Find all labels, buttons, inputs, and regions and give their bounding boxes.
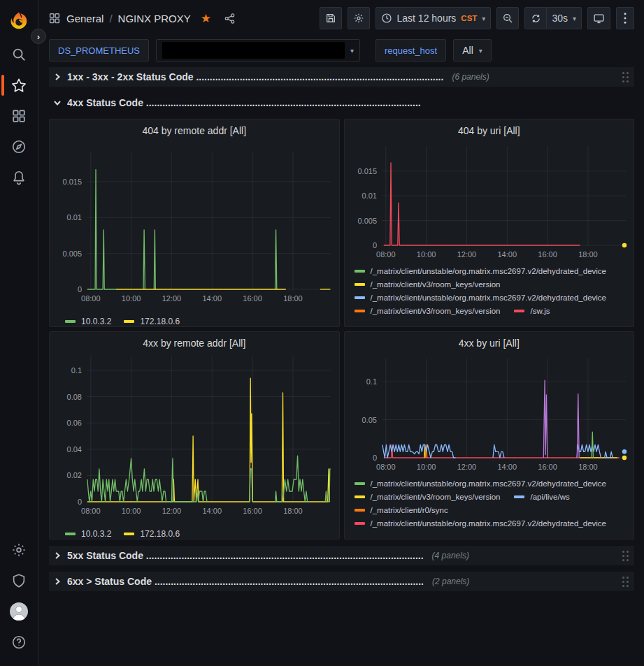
search-icon[interactable]: [0, 39, 38, 70]
monitor-icon: [593, 13, 605, 24]
row-5xx[interactable]: 5xx Status Code ........................…: [49, 546, 634, 565]
panel-title[interactable]: 404 by uri [All]: [350, 120, 629, 142]
legend-label: /_matrix/client/v3/room_keys/version: [371, 307, 501, 315]
row-drag-handle[interactable]: [621, 575, 630, 588]
alerting-bell-icon[interactable]: [0, 162, 38, 193]
dashboard-settings-button[interactable]: [348, 7, 370, 29]
svg-text:16:00: 16:00: [243, 507, 262, 515]
svg-text:14:00: 14:00: [203, 507, 222, 515]
legend-label: 10.0.3.2: [81, 317, 111, 326]
legend-item[interactable]: /sw.js: [514, 307, 550, 315]
refresh-button[interactable]: [524, 7, 547, 29]
panel-legend: 10.0.3.2172.18.0.6: [55, 526, 334, 540]
svg-text:10:00: 10:00: [122, 294, 141, 303]
legend-item[interactable]: /_matrix/client/v3/room_keys/version: [355, 307, 501, 315]
main-area: General / NGINX PROXY ★ Last 12 hours CS…: [38, 0, 644, 666]
legend-item[interactable]: 172.18.0.6: [124, 527, 180, 540]
favorite-star-icon[interactable]: ★: [201, 11, 211, 26]
panel-404-by-remote-addr: 404 by remote addr [All] 00.0050.010.015…: [49, 119, 340, 327]
chevron-down-icon: ▾: [573, 15, 576, 22]
panel-title[interactable]: 4xx by remote addr [All]: [55, 332, 334, 354]
legend-item[interactable]: /_matrix/client/unstable/org.matrix.msc2…: [355, 479, 607, 488]
svg-text:10:00: 10:00: [416, 250, 436, 259]
share-icon[interactable]: [224, 13, 236, 24]
save-dashboard-button[interactable]: [320, 7, 342, 29]
svg-text:0.08: 0.08: [67, 393, 82, 401]
svg-text:14:00: 14:00: [497, 463, 517, 471]
zoom-out-icon: [502, 13, 513, 24]
svg-text:16:00: 16:00: [538, 463, 557, 471]
svg-text:0.04: 0.04: [67, 445, 82, 454]
apps-grid-icon: [48, 12, 61, 24]
row-4xx[interactable]: 4xx Status Code ........................…: [49, 93, 634, 113]
legend-item[interactable]: /_matrix/client/unstable/org.matrix.msc2…: [355, 267, 607, 275]
legend-item[interactable]: 10.0.3.2: [65, 314, 111, 327]
expand-menu-button[interactable]: ›: [31, 29, 46, 44]
more-options-kebab[interactable]: [616, 7, 634, 29]
row-1xx-3xx-2xx[interactable]: 1xx - 3xx - 2xx Status Code ............…: [49, 67, 634, 87]
legend-label: /_matrix/client/v3/room_keys/version: [371, 493, 501, 501]
user-avatar[interactable]: [0, 596, 38, 627]
dashboards-icon[interactable]: [0, 101, 38, 131]
chevron-right-icon: [53, 73, 62, 81]
ds-prometheus-label: DS_PROMETHEUS: [49, 39, 149, 61]
legend-item[interactable]: /_matrix/client/unstable/org.matrix.msc2…: [355, 294, 607, 302]
cycle-view-mode-button[interactable]: [587, 7, 610, 29]
legend-label: /_matrix/client/unstable/org.matrix.msc2…: [371, 479, 607, 488]
panel-4xx-by-remote-addr: 4xx by remote addr [All] 00.020.040.060.…: [49, 331, 340, 540]
starred-dashboards-icon[interactable]: [0, 70, 38, 101]
svg-text:08:00: 08:00: [376, 250, 396, 259]
row-drag-handle[interactable]: [621, 71, 630, 84]
settings-gear-icon[interactable]: [0, 535, 38, 565]
svg-text:0: 0: [372, 241, 376, 249]
svg-text:0.01: 0.01: [67, 213, 82, 222]
timeseries-chart[interactable]: 00.050.108:0010:0012:0014:0016:0018:00: [350, 354, 629, 477]
chevron-right-icon: [53, 551, 62, 560]
svg-text:0: 0: [372, 454, 376, 462]
legend-item[interactable]: /_matrix/client/v3/room_keys/version: [355, 493, 501, 501]
legend-item[interactable]: /api/live/ws: [514, 493, 569, 501]
svg-text:10:00: 10:00: [416, 463, 436, 471]
row-panel-count: (4 panels): [432, 551, 469, 560]
row-drag-handle[interactable]: [621, 549, 630, 563]
svg-text:0.1: 0.1: [366, 377, 376, 386]
legend-item[interactable]: /_matrix/client/v3/room_keys/version: [355, 280, 501, 289]
explore-icon[interactable]: [0, 131, 38, 162]
legend-item[interactable]: 10.0.3.2: [65, 527, 111, 540]
zoom-out-button[interactable]: [496, 7, 519, 29]
legend-item[interactable]: /_matrix/client/unstable/org.matrix.msc2…: [355, 519, 607, 528]
svg-text:18:00: 18:00: [283, 294, 303, 303]
admin-shield-icon[interactable]: [0, 565, 38, 596]
timeseries-chart[interactable]: 00.0050.010.01508:0010:0012:0014:0016:00…: [55, 142, 334, 313]
svg-text:16:00: 16:00: [538, 250, 557, 259]
row-6xx[interactable]: 6xx > Status Code ......................…: [49, 572, 634, 591]
timeseries-chart[interactable]: 00.020.040.060.080.108:0010:0012:0014:00…: [55, 354, 334, 526]
legend-swatch: [65, 320, 76, 323]
dashboard-title[interactable]: NGINX PROXY: [118, 13, 191, 24]
svg-text:0.01: 0.01: [362, 191, 376, 200]
breadcrumb: General / NGINX PROXY ★: [48, 11, 236, 26]
panel-title[interactable]: 4xx by uri [All]: [350, 332, 629, 354]
svg-text:18:00: 18:00: [578, 463, 598, 471]
request-host-select[interactable]: All ▾: [453, 39, 492, 61]
dashboard-toolbar: General / NGINX PROXY ★ Last 12 hours CS…: [38, 0, 644, 36]
ds-prometheus-select[interactable]: ▾: [156, 39, 360, 61]
legend-item[interactable]: 172.18.0.6: [124, 314, 180, 327]
time-range-picker[interactable]: Last 12 hours CST ▾: [375, 7, 492, 29]
panel-title[interactable]: 404 by remote addr [All]: [55, 120, 334, 142]
legend-swatch: [124, 533, 134, 535]
row-title-text: 4xx Status Code: [67, 97, 143, 108]
panel-4xx-by-uri: 4xx by uri [All] 00.050.108:0010:0012:00…: [344, 331, 635, 540]
breadcrumb-folder[interactable]: General: [66, 13, 103, 24]
svg-text:08:00: 08:00: [376, 463, 396, 471]
svg-text:0: 0: [78, 285, 82, 294]
help-icon[interactable]: [0, 627, 38, 658]
refresh-interval-select[interactable]: 30s ▾: [547, 7, 582, 29]
timeseries-chart[interactable]: 00.0050.010.01508:0010:0012:0014:0016:00…: [350, 142, 629, 264]
svg-text:0: 0: [78, 498, 82, 506]
clock-icon: [381, 13, 392, 24]
legend-swatch: [355, 270, 365, 273]
row-panel-count: (6 panels): [452, 72, 489, 82]
legend-item[interactable]: /_matrix/client/r0/sync: [355, 506, 448, 514]
legend-label: /_matrix/client/unstable/org.matrix.msc2…: [371, 294, 607, 302]
